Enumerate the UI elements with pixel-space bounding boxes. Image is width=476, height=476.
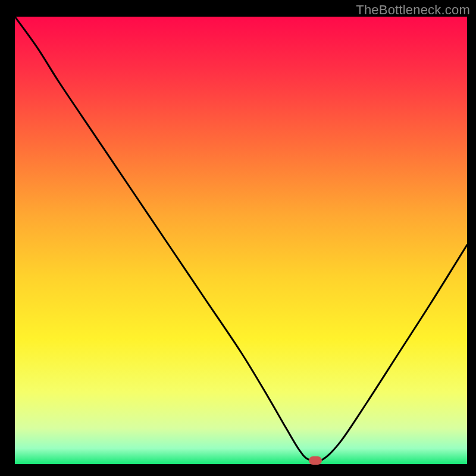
watermark-text: TheBottleneck.com [356, 2, 470, 18]
chart-frame: TheBottleneck.com [0, 0, 476, 476]
bottleneck-curve [15, 17, 467, 464]
optimal-point-marker [309, 456, 322, 465]
plot-area [15, 17, 467, 464]
